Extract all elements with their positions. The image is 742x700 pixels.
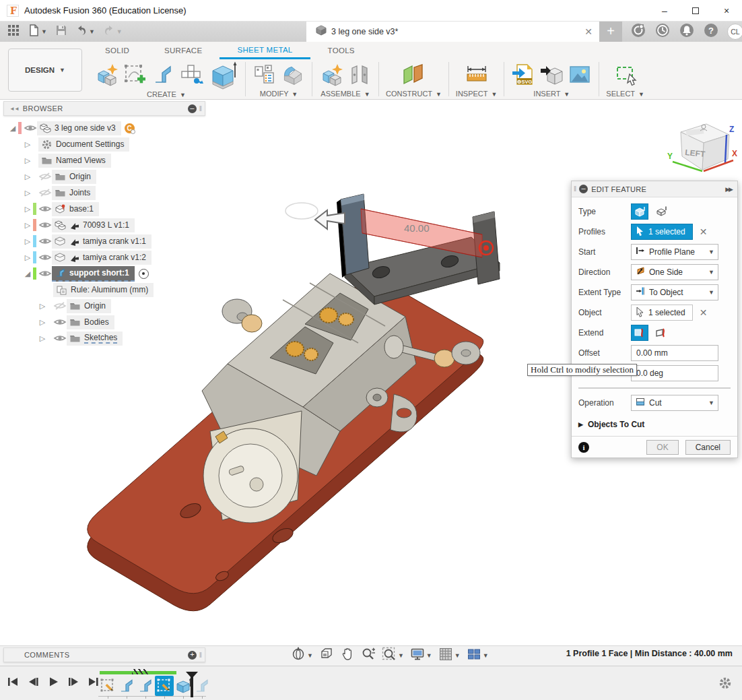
new-component-button[interactable] [94, 63, 119, 87]
tab-close-icon[interactable]: ✕ [584, 26, 593, 37]
browser-item[interactable]: ▷Named Views [3, 152, 205, 168]
browser-item-label[interactable]: Named Views [56, 156, 106, 165]
info-icon[interactable]: i [578, 442, 589, 453]
timeline-marker[interactable] [191, 672, 193, 697]
disclosure-toggle[interactable]: ▷ [22, 156, 33, 165]
minimize-button[interactable]: – [649, 0, 680, 22]
layout-grid-tool[interactable]: ▼ [438, 647, 461, 664]
browser-item-content[interactable]: Rule: Aluminum (mm) [53, 283, 154, 297]
clear-selection-icon[interactable]: ✕ [700, 226, 708, 237]
browser-item-label[interactable]: tamiya crank v1:2 [83, 253, 146, 262]
selection-button[interactable]: 1 selected [631, 305, 693, 321]
ok-button[interactable]: OK [646, 440, 678, 455]
measure-button[interactable] [465, 63, 489, 87]
browser-item-content[interactable]: 3 leg one side v3 [37, 121, 121, 135]
timeline-settings-gear-icon[interactable] [718, 676, 733, 693]
redo-button[interactable]: ▼ [101, 23, 125, 40]
document-tab[interactable]: 3 leg one side v3* ✕ [306, 22, 599, 42]
view-cube[interactable]: LEFT Z X Y [667, 124, 737, 171]
step-back-button[interactable] [26, 674, 40, 689]
browser-item-content[interactable]: Origin [67, 299, 111, 313]
browser-item[interactable]: ▷Origin [3, 298, 205, 314]
browser-item-label[interactable]: Origin [69, 172, 91, 181]
file-menu-button[interactable]: ▼ [26, 23, 49, 40]
new-tab-button[interactable]: + [599, 22, 622, 42]
browser-item-label[interactable]: base:1 [69, 204, 94, 214]
browser-item[interactable]: ▷Bodies [3, 314, 205, 330]
ribbon-group-label[interactable]: ASSEMBLE ▼ [321, 90, 370, 99]
browser-item-label[interactable]: 3 leg one side v3 [55, 123, 116, 133]
crank-bushing-right[interactable] [434, 350, 454, 367]
pan-tool[interactable] [340, 647, 355, 664]
browser-item-content[interactable]: Joints [52, 186, 96, 200]
browser-item[interactable]: ▷Sketches [3, 330, 205, 346]
browser-item[interactable]: ▷70093 L v1:1 [3, 217, 205, 233]
ribbon-group-label[interactable]: INSPECT ▼ [456, 90, 497, 99]
offset-input[interactable]: 0.00 mm [631, 345, 718, 361]
notifications-icon[interactable] [679, 22, 695, 41]
ribbon-group-label[interactable]: INSERT ▼ [533, 90, 570, 99]
visibility-eye-icon[interactable] [53, 333, 67, 343]
disclosure-toggle[interactable]: ▷ [22, 189, 33, 197]
extrude-solid-toggle[interactable] [631, 203, 648, 220]
disclosure-toggle[interactable]: ◢ [22, 269, 33, 278]
disclosure-toggle[interactable]: ▷ [22, 172, 33, 181]
browser-item-label[interactable]: Bodies [84, 317, 109, 327]
insert-svg-button[interactable]: ⚙SVG [511, 63, 535, 87]
browser-item-label[interactable]: Sketches [84, 333, 117, 344]
dialog-expand-icon[interactable]: ▶▶ [725, 186, 732, 193]
extent-type-dropdown[interactable]: To Object▼ [631, 284, 718, 300]
browser-item-content[interactable]: Document Settings [38, 137, 129, 152]
ribbon-tab-surface[interactable]: SURFACE [147, 42, 220, 59]
avatar[interactable]: CL [727, 24, 742, 40]
orbit-tool[interactable]: ▼ [291, 647, 313, 664]
ribbon-group-label[interactable]: MODIFY ▼ [260, 90, 298, 99]
browser-item[interactable]: ▷base:1 [3, 201, 205, 217]
visibility-eye-icon[interactable] [53, 317, 67, 327]
assemble-new-component-button[interactable] [319, 63, 343, 87]
visibility-eye-off-icon[interactable] [38, 172, 52, 181]
construct-plane-button[interactable] [401, 63, 426, 87]
browser-item-content[interactable]: 70093 L v1:1 [52, 218, 135, 232]
canvas-button[interactable] [568, 63, 592, 87]
add-comment-icon[interactable]: + [188, 651, 197, 660]
unfold-button[interactable] [252, 63, 277, 87]
browser-item-content[interactable]: Origin [52, 170, 96, 184]
dialog-grip[interactable]: ‖ [574, 185, 576, 193]
browser-item[interactable]: ▷tamiya crank v1:1 [3, 233, 205, 249]
environment-selector[interactable]: DESIGN ▼ [8, 49, 82, 92]
timeline-feature-flange[interactable] [136, 676, 155, 696]
browser-item-content[interactable]: Bodies [67, 315, 114, 329]
gear[interactable] [339, 313, 353, 325]
timeline-feature-flange[interactable] [117, 676, 136, 696]
activate-component-radio[interactable] [139, 269, 149, 279]
joint-button[interactable] [347, 63, 372, 87]
browser-item[interactable]: ◢3 leg one side v3C [3, 120, 205, 136]
selection-button[interactable]: 1 selected [631, 224, 693, 240]
disclosure-toggle[interactable]: ▷ [37, 302, 48, 311]
timeline-feature-extrude[interactable] [174, 676, 193, 696]
visibility-eye-icon[interactable] [38, 269, 52, 278]
comments-header[interactable]: COMMENTS + ‖ [3, 647, 205, 662]
step-forward-button[interactable] [66, 674, 81, 689]
ribbon-group-label[interactable]: CONSTRUCT ▼ [386, 90, 442, 99]
cancel-button[interactable]: Cancel [685, 440, 731, 455]
visibility-eye-off-icon[interactable] [38, 188, 52, 197]
fit-tool[interactable]: ▼ [382, 647, 404, 664]
browser-item[interactable]: ▷Origin [3, 168, 205, 185]
browser-item-content[interactable]: tamiya crank v1:1 [52, 234, 151, 249]
ribbon-tab-sheet-metal[interactable]: SHEET METAL [220, 42, 310, 59]
insert-mesh-button[interactable] [539, 63, 564, 87]
browser-item-content[interactable]: support short:1 [52, 266, 135, 282]
flange-button[interactable] [151, 63, 175, 87]
browser-item-content[interactable]: Named Views [38, 154, 111, 168]
dialog-minimize-icon[interactable]: – [579, 185, 588, 193]
visibility-eye-icon[interactable] [38, 204, 52, 214]
help-icon[interactable]: ? [703, 22, 719, 41]
clear-selection-icon[interactable]: ✕ [700, 307, 708, 318]
bracket-flange-left[interactable] [341, 194, 369, 275]
visibility-eye-off-icon[interactable] [53, 301, 67, 311]
app-grid-button[interactable] [5, 23, 22, 40]
visibility-eye-icon[interactable] [38, 220, 52, 230]
browser-grip[interactable]: ‖ [199, 105, 202, 113]
